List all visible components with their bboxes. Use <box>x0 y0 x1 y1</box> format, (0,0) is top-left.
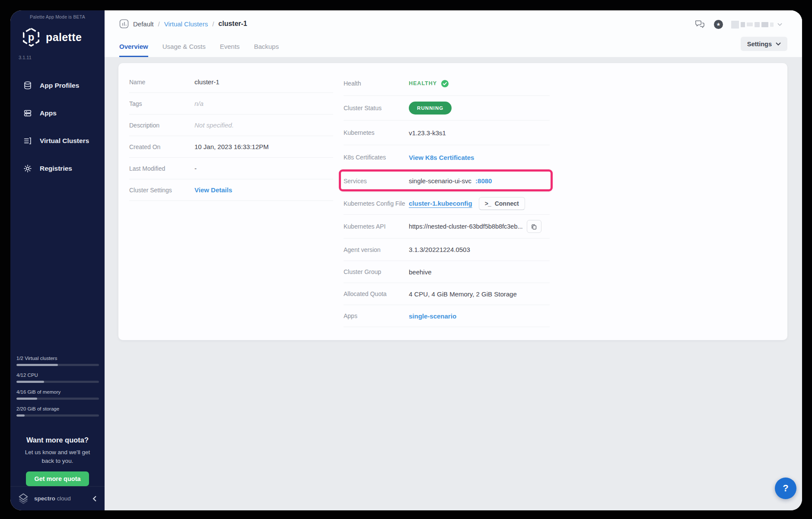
detail-row-allocated-quota: Allocated Quota 4 CPU, 4 GiB Memory, 2 G… <box>344 283 550 305</box>
cluster-group-value: beehive <box>409 268 432 276</box>
database-icon <box>23 81 32 90</box>
kubeconfig-download-link[interactable]: cluster-1.kubeconfig <box>409 200 472 207</box>
quota-meter-4-16-gib-of-memory: 4/16 GiB of memory <box>16 389 99 400</box>
feedback-chat-icon[interactable] <box>694 19 706 29</box>
brand-name: palette <box>46 31 82 44</box>
user-name-redacted <box>770 22 774 27</box>
connect-button-label: Connect <box>495 200 519 207</box>
svg-text:p: p <box>28 31 35 43</box>
detail-label: Services <box>344 178 409 185</box>
breadcrumb-project[interactable]: Default <box>133 20 154 28</box>
detail-row-agent-version: Agent version 3.1.3/20221224.0503 <box>344 239 550 261</box>
brand: p palette <box>21 27 82 47</box>
page-header: Default / Virtual Clusters / cluster-1 ★ <box>105 10 802 57</box>
sidebar-item-apps[interactable]: Apps <box>10 99 105 127</box>
detail-row-k8s-certificates: K8s Certificates View K8s Certificates <box>344 145 550 170</box>
quota-progress-track <box>16 398 99 400</box>
copy-icon <box>531 223 537 230</box>
quota-usage: 1/2 Virtual clusters4/12 CPU4/16 GiB of … <box>16 356 99 423</box>
sidebar-item-virtual-clusters[interactable]: Virtual Clusters <box>10 127 105 155</box>
app-window: Palette App Mode is BETA p palette 3.1.1… <box>10 10 802 510</box>
spectro-cloud-logo-icon <box>17 492 30 505</box>
cluster-details-column: Name cluster-1 Tags n/a Description Not … <box>129 71 333 201</box>
tab-events[interactable]: Events <box>220 43 240 57</box>
whats-new-star-icon[interactable]: ★ <box>714 20 723 29</box>
breadcrumb-virtual-clusters-link[interactable]: Virtual Clusters <box>164 20 208 28</box>
health-status-value: HEALTHY <box>409 80 437 86</box>
spectro-label-light: cloud <box>57 495 71 502</box>
breadcrumb-current-cluster: cluster-1 <box>218 20 247 28</box>
tab-backups[interactable]: Backups <box>254 43 279 57</box>
quota-label: 4/16 GiB of memory <box>16 389 99 395</box>
sidebar-item-registries[interactable]: Registries <box>10 155 105 182</box>
detail-label: Created On <box>129 143 194 150</box>
sidebar-item-label: Virtual Clusters <box>40 137 89 145</box>
quota-progress-fill <box>16 381 44 383</box>
service-name-value: single-scenario-ui-svc <box>409 177 471 185</box>
user-name-redacted <box>761 22 768 27</box>
breadcrumb-separator: / <box>158 20 160 28</box>
sidebar-item-app-profiles[interactable]: App Profiles <box>10 72 105 99</box>
detail-label: Cluster Group <box>344 268 409 275</box>
detail-label: Health <box>344 80 409 87</box>
quota-meter-1-2-virtual-clusters: 1/2 Virtual clusters <box>16 356 99 366</box>
help-button[interactable]: ? <box>775 478 796 499</box>
user-name-redacted <box>731 21 739 29</box>
tab-usage-costs[interactable]: Usage & Costs <box>162 43 206 57</box>
quota-label: 2/20 GiB of storage <box>16 406 99 411</box>
user-menu[interactable] <box>731 21 782 29</box>
detail-row-kubernetes-api: Kubernetes API https://nested-cluster-63… <box>344 215 550 239</box>
detail-row-tags: Tags n/a <box>129 93 333 115</box>
agent-version-value: 3.1.3/20221224.0503 <box>409 246 470 253</box>
detail-label: Cluster Settings <box>129 187 194 194</box>
kubernetes-api-url-value: https://nested-cluster-63bdf5b8b8fc3eb..… <box>409 223 523 230</box>
detail-label: Name <box>129 79 194 86</box>
header-actions: ★ <box>694 19 782 29</box>
detail-label: Description <box>129 122 194 129</box>
servers-icon <box>23 108 32 118</box>
quota-progress-track <box>16 414 99 417</box>
detail-label: Kubernetes Config File <box>344 200 409 207</box>
quota-meter-2-20-gib-of-storage: 2/20 GiB of storage <box>16 406 99 417</box>
main-area: Default / Virtual Clusters / cluster-1 ★ <box>105 10 802 510</box>
detail-row-name: Name cluster-1 <box>129 71 333 93</box>
detail-row-health: Health HEALTHY <box>344 71 550 96</box>
quota-progress-fill <box>16 398 37 400</box>
detail-label: K8s Certificates <box>344 154 409 161</box>
sidebar-collapse-icon[interactable] <box>91 494 98 503</box>
breadcrumb-separator: / <box>212 20 214 28</box>
get-more-quota-button[interactable]: Get more quota <box>26 471 89 486</box>
user-name-redacted <box>755 22 760 27</box>
detail-row-services: Services single-scenario-ui-svc :8080 <box>344 170 550 192</box>
detail-label: Tags <box>129 100 194 107</box>
chevron-down-icon <box>777 23 782 26</box>
detail-label: Allocated Quota <box>344 290 409 297</box>
quota-meter-4-12-cpu: 4/12 CPU <box>16 373 99 383</box>
palette-logo-icon: p <box>21 27 41 47</box>
detail-row-cluster-group: Cluster Group beehive <box>344 261 550 283</box>
view-k8s-certificates-link[interactable]: View K8s Certificates <box>409 154 474 161</box>
cluster-status-column: Health HEALTHY Cluster Status RUNNING Ku… <box>344 71 550 327</box>
quota-cta-heading: Want more quota? <box>10 436 105 444</box>
sidebar-item-label: Registries <box>40 165 72 172</box>
sidebar: Palette App Mode is BETA p palette 3.1.1… <box>10 10 105 510</box>
connect-button[interactable]: >_ Connect <box>479 197 525 210</box>
sidebar-item-label: App Profiles <box>40 82 79 89</box>
user-name-redacted <box>747 22 753 26</box>
description-value: Not specified. <box>194 121 234 129</box>
quota-progress-track <box>16 364 99 366</box>
quota-label: 1/2 Virtual clusters <box>16 356 99 361</box>
service-port-link[interactable]: :8080 <box>475 177 492 185</box>
settings-button[interactable]: Settings <box>741 37 787 51</box>
running-status-badge: RUNNING <box>409 102 452 115</box>
tab-overview[interactable]: Overview <box>119 43 148 57</box>
view-details-link[interactable]: View Details <box>194 186 232 194</box>
detail-row-apps: Apps single-scenario <box>344 305 550 327</box>
copy-api-url-button[interactable] <box>527 220 541 233</box>
detail-label: Apps <box>344 312 409 319</box>
detail-row-kubernetes: Kubernetes v1.23.3-k3s1 <box>344 121 550 145</box>
detail-label: Kubernetes <box>344 129 409 136</box>
app-link[interactable]: single-scenario <box>409 312 456 320</box>
spectro-cloud-label: spectro cloud <box>34 495 86 502</box>
tab-bar: OverviewUsage & CostsEventsBackups <box>119 43 279 57</box>
